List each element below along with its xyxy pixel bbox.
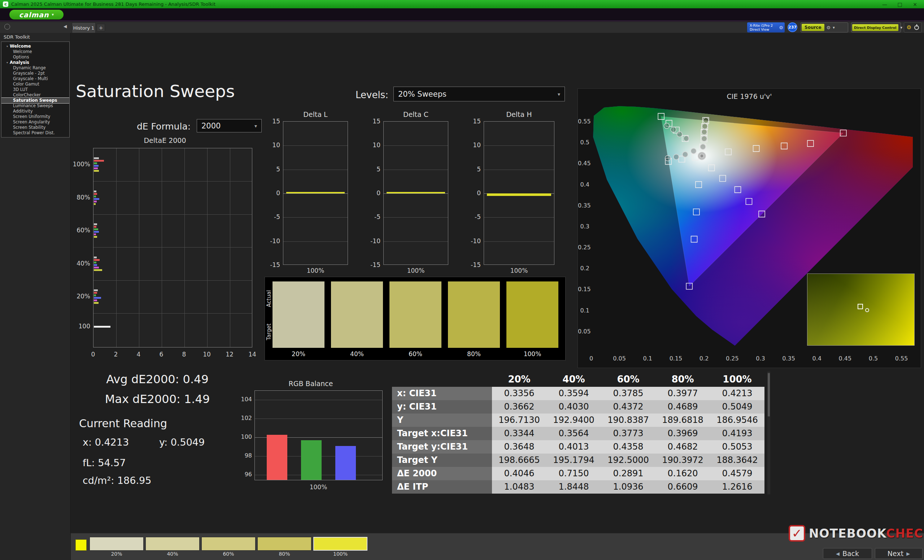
de-bar	[94, 236, 97, 238]
gridline	[230, 148, 230, 347]
table-cell: 0.6609	[656, 480, 710, 494]
de-bar	[94, 292, 97, 294]
sidebar-item-additivity[interactable]: Additivity	[2, 109, 69, 114]
gridline	[284, 169, 348, 170]
power-icon[interactable]	[914, 25, 919, 30]
de-bar	[94, 256, 97, 258]
gridline	[139, 148, 140, 347]
gridline	[116, 148, 117, 347]
sidebar-item-colorchecker[interactable]: ColorChecker	[2, 92, 69, 98]
table-cell: 0.3662	[492, 400, 546, 413]
column-header: 60%	[601, 372, 656, 387]
pattern-thumb-20%[interactable]: 20%	[90, 537, 144, 558]
pattern-thumb-40%[interactable]: 40%	[146, 537, 200, 558]
x-axis-label: 100%	[304, 267, 326, 274]
x-tick-label: 0.25	[722, 355, 743, 362]
next-button[interactable]: Next ▶	[875, 548, 922, 559]
levels-label: Levels:	[356, 90, 388, 100]
sidebar-item-3d-lut[interactable]: 3D LUT	[2, 87, 69, 92]
de-bar	[94, 201, 97, 202]
sidebar-item-color-gamut[interactable]: Color Gamut	[2, 82, 69, 87]
new-tab-button[interactable]: +	[97, 24, 105, 31]
expander-icon[interactable]: ▾	[6, 43, 8, 49]
sidebar-item-grayscale-multi[interactable]: Grayscale - Multi	[2, 76, 69, 82]
sidebar-item-options[interactable]: Options	[2, 54, 69, 60]
actual-row-label: Actual	[266, 282, 273, 315]
sidebar-item-grayscale-2pt[interactable]: Grayscale - 2pt	[2, 71, 69, 76]
sidebar-item-dynamic-range[interactable]: Dynamic Range	[2, 65, 69, 71]
y-tick-label: 20%	[72, 293, 90, 300]
y-tick-label: -5	[262, 213, 280, 220]
table-cell: 0.2891	[601, 467, 656, 480]
y-tick-label: -5	[362, 213, 380, 220]
y-tick-label: 0.05	[578, 328, 590, 335]
current-x: x: 0.4213	[82, 437, 129, 448]
expander-icon[interactable]: ▾	[6, 60, 8, 65]
table-cell: 0.3564	[546, 427, 601, 440]
source-dropdown[interactable]: Source ⚙ ▾	[801, 22, 848, 33]
sidebar-item-saturation-sweeps[interactable]: Saturation Sweeps	[2, 98, 69, 103]
chevron-down-icon: ▾	[558, 91, 560, 97]
pattern-thumb-60%[interactable]: 60%	[201, 537, 255, 558]
sidebar-item-label: Welcome	[13, 49, 32, 54]
de-bar	[94, 196, 96, 198]
table-cell: 0.3648	[492, 440, 546, 454]
maximize-button[interactable]: □	[894, 1, 906, 7]
x-axis-label: 100%	[508, 267, 530, 274]
row-label: ΔE 2000	[392, 467, 492, 480]
sidebar-pin-icon[interactable]	[4, 24, 10, 30]
gridline	[384, 145, 448, 146]
y-tick-label: 15	[262, 118, 280, 125]
y-tick-label: 5	[262, 166, 280, 173]
sidebar-item-screen-stability[interactable]: Screen Stability	[2, 125, 69, 130]
pattern-thumb-100%[interactable]: 100%	[313, 537, 368, 558]
settings-gear-icon[interactable]: ⚙	[907, 24, 911, 31]
y-tick-label: 60%	[72, 227, 90, 234]
sidebar-item-screen-angularity[interactable]: Screen Angularity	[2, 120, 69, 125]
de-bar	[94, 157, 99, 159]
measurement-marker	[691, 148, 696, 154]
x-tick-label: 0.15	[665, 355, 687, 362]
back-button[interactable]: ◀ Back	[823, 548, 872, 559]
active-pattern-tile[interactable]	[75, 539, 87, 551]
column-header: 100%	[710, 372, 765, 387]
sidebar-item-label: Luminance Sweeps	[13, 103, 53, 109]
actual-target-swatch-panel: Actual Target 20%40%60%80%100%	[265, 277, 566, 361]
de-bar	[94, 198, 99, 200]
de-bar	[94, 289, 98, 291]
calman-menu-button[interactable]: calman ▾	[9, 10, 63, 19]
gridline	[93, 313, 252, 314]
sidebar-item-welcome[interactable]: Welcome	[2, 49, 69, 54]
sidebar-item-luminance-sweeps[interactable]: Luminance Sweeps	[2, 103, 69, 109]
sidebar-item-analysis[interactable]: ▾Analysis	[2, 60, 69, 65]
pattern-thumb-80%[interactable]: 80%	[257, 537, 312, 558]
gridline	[162, 148, 162, 347]
cie-title: CIE 1976 u'v'	[578, 92, 921, 100]
table-scrollbar[interactable]	[767, 372, 770, 494]
de-bar	[94, 297, 101, 299]
table-corner-cell	[392, 372, 492, 387]
table-cell: 0.3785	[601, 387, 656, 400]
levels-dropdown[interactable]: 20% Sweeps ▾	[393, 87, 565, 101]
table-cell: 0.3773	[601, 427, 656, 440]
de-formula-dropdown[interactable]: 2000 ▾	[197, 119, 262, 132]
pattern-label: 60%	[201, 551, 255, 557]
sidebar-item-label: Screen Stability	[13, 125, 45, 130]
sidebar-item-welcome[interactable]: ▾Welcome	[2, 43, 69, 49]
table-cell: 196.7130	[492, 413, 546, 427]
collapse-sidebar-icon[interactable]: ◀	[63, 24, 67, 29]
swatch-percent-label: 80%	[448, 350, 500, 358]
de-bar	[94, 168, 98, 169]
de-bar	[94, 162, 97, 164]
deltae-chart-title: DeltaE 2000	[111, 136, 219, 144]
minimize-button[interactable]: —	[879, 1, 891, 7]
sidebar-item-spectral-power-dist[interactable]: Spectral Power Dist.	[2, 130, 69, 136]
close-button[interactable]: ×	[909, 1, 921, 7]
sidebar-item-screen-uniformity[interactable]: Screen Uniformity	[2, 114, 69, 120]
de-bar	[94, 165, 99, 167]
meter-button[interactable]: X-Rite i1Pro 2 Direct View ⚙	[747, 22, 784, 33]
x-tick-label: 12	[222, 351, 237, 358]
current-cdm2: cd/m²: 186.95	[82, 475, 151, 486]
display-control-dropdown[interactable]: Direct Display Control ▾	[851, 22, 901, 33]
tab-history-1[interactable]: History 1	[72, 22, 96, 33]
